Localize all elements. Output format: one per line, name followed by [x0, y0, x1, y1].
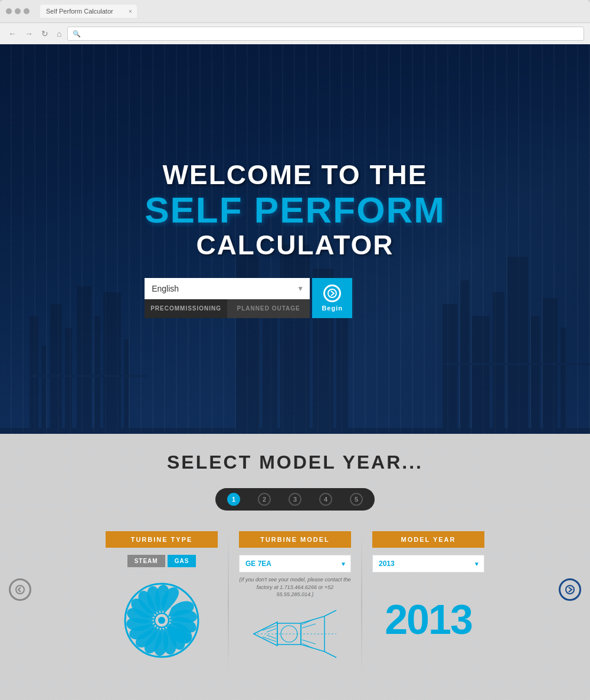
hero-form: English Español ▼ PRECOMMISSIONING PLANN…: [145, 278, 445, 318]
turbine-model-icon: [248, 604, 342, 663]
model-select[interactable]: GE 7EA GE 7FA GE Frame 5 GE Frame 6: [239, 555, 351, 573]
year-display: 2013: [385, 596, 472, 643]
svg-rect-22: [442, 363, 590, 365]
hero-self-perform-text: SELF PERFORM: [145, 190, 445, 230]
browser-dot-red: [6, 8, 12, 14]
tab-label: Self Perform Calculator: [46, 8, 113, 15]
steam-button[interactable]: STEAM: [127, 555, 165, 567]
step-2[interactable]: 2: [258, 493, 271, 506]
svg-point-40: [566, 585, 574, 594]
svg-rect-20: [560, 328, 566, 434]
browser-titlebar: Self Perform Calculator ×: [0, 5, 590, 22]
step-4[interactable]: 4: [319, 493, 332, 506]
svg-rect-14: [460, 280, 469, 434]
svg-point-25: [16, 585, 24, 594]
svg-line-33: [267, 629, 276, 632]
model-note: (If you don't see your model, please con…: [239, 576, 351, 598]
address-bar[interactable]: 🔍: [67, 27, 584, 41]
svg-rect-3: [65, 328, 72, 434]
forward-button[interactable]: →: [22, 28, 35, 40]
planned-outage-button[interactable]: PLANNED OUTAGE: [227, 299, 310, 318]
cards-container: TURBINE TYPE STEAM GAS: [0, 531, 590, 676]
turbine-model-card: TURbINe ModEL GE 7EA GE 7FA GE Frame 5 G…: [230, 531, 360, 676]
model-year-card: MODEL YEAR 2013 2012 2011 2010 ▼ 2013: [363, 531, 493, 676]
svg-point-28: [158, 617, 165, 624]
year-select[interactable]: 2013 2012 2011 2010: [372, 555, 484, 573]
begin-label: Begin: [322, 305, 343, 312]
section-title: SELECT MODEL YEAR...: [0, 452, 590, 473]
hero-welcome-text: WELCOME TO THE: [145, 160, 445, 190]
browser-dot-green: [24, 8, 30, 14]
svg-rect-17: [507, 257, 528, 434]
language-select-wrapper: English Español ▼: [145, 278, 310, 299]
svg-rect-21: [30, 375, 148, 377]
gas-button[interactable]: GAS: [168, 555, 196, 567]
svg-point-24: [328, 289, 336, 297]
browser-tab[interactable]: Self Perform Calculator ×: [40, 5, 137, 18]
svg-rect-1: [41, 345, 46, 434]
step-1[interactable]: 1: [227, 493, 240, 506]
begin-arrow-icon: [323, 284, 341, 302]
model-select-wrapper: GE 7EA GE 7FA GE Frame 5 GE Frame 6 ▼: [239, 555, 351, 573]
back-button[interactable]: ←: [6, 28, 19, 40]
hero-section: WELCOME TO THE SELF PERFORM CALCULATOR E…: [0, 44, 590, 434]
turbine-type-card: TURBINE TYPE STEAM GAS: [97, 531, 227, 676]
svg-rect-7: [124, 339, 129, 434]
svg-line-37: [302, 624, 316, 628]
svg-rect-19: [543, 298, 558, 434]
type-buttons: PRECOMMISSIONING PLANNED OUTAGE: [145, 299, 310, 318]
home-button[interactable]: ⌂: [54, 28, 64, 40]
language-select[interactable]: English Español: [145, 278, 310, 299]
hero-content: WELCOME TO THE SELF PERFORM CALCULATOR E…: [133, 148, 457, 329]
refresh-button[interactable]: ↻: [39, 28, 51, 40]
step-5[interactable]: 5: [350, 493, 363, 506]
model-year-header: MODEL YEAR: [372, 531, 484, 548]
begin-button[interactable]: Begin: [312, 278, 352, 318]
year-select-wrapper: 2013 2012 2011 2010 ▼: [372, 555, 484, 573]
prev-button[interactable]: [9, 578, 31, 601]
next-button[interactable]: [559, 578, 581, 601]
hero-form-inner: English Español ▼ PRECOMMISSIONING PLANN…: [145, 278, 310, 318]
divider-2: [361, 531, 362, 676]
svg-rect-6: [103, 292, 121, 434]
content-section: SELECT MODEL YEAR... 1 2 3 4 5 TURBINE T…: [0, 434, 590, 700]
turbine-model-header: TURbINe ModEL: [239, 531, 351, 548]
browser-chrome: Self Perform Calculator × ← → ↻ ⌂ 🔍: [0, 0, 590, 44]
svg-line-35: [267, 635, 276, 639]
svg-line-38: [302, 640, 316, 644]
svg-rect-15: [472, 316, 490, 434]
hero-calculator-text: CALCULATOR: [145, 230, 445, 260]
browser-dots: [6, 8, 30, 14]
turbine-wheel-icon: [123, 582, 200, 659]
browser-nav: ← → ↻ ⌂ 🔍: [0, 22, 590, 44]
step-track: 1 2 3 4 5: [215, 488, 375, 511]
divider-1: [228, 531, 229, 676]
svg-rect-18: [531, 316, 540, 434]
turbine-cards: TURBINE TYPE STEAM GAS: [24, 531, 566, 676]
browser-dot-yellow: [15, 8, 21, 14]
step-indicator: 1 2 3 4 5: [0, 488, 590, 511]
turbine-type-header: TURBINE TYPE: [106, 531, 218, 548]
search-icon: 🔍: [73, 30, 81, 38]
close-icon[interactable]: ×: [129, 8, 132, 15]
svg-rect-4: [77, 286, 91, 434]
precommissioning-button[interactable]: PRECOMMISSIONING: [145, 299, 227, 318]
step-3[interactable]: 3: [289, 493, 301, 506]
svg-rect-23: [0, 428, 590, 434]
turbine-type-buttons: STEAM GAS: [127, 555, 196, 567]
svg-rect-2: [50, 304, 62, 434]
